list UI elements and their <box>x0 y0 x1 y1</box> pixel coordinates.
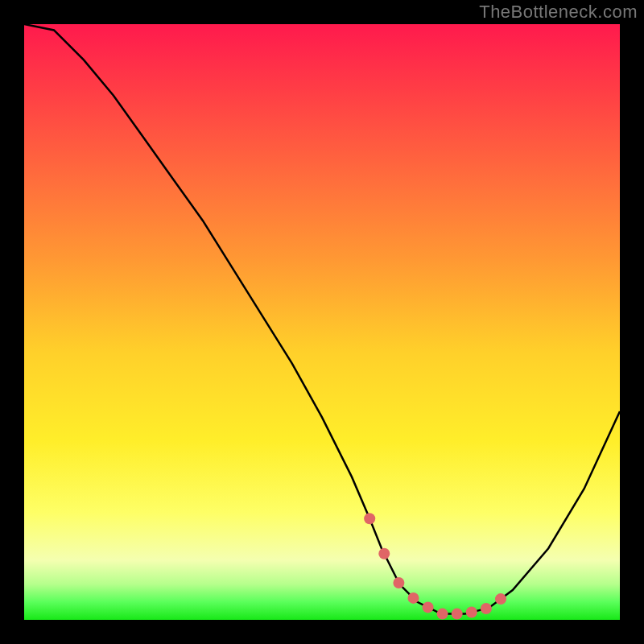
watermark-text: TheBottleneck.com <box>479 2 638 23</box>
chart-gradient-background <box>24 24 620 620</box>
chart-frame: TheBottleneck.com <box>0 0 644 644</box>
